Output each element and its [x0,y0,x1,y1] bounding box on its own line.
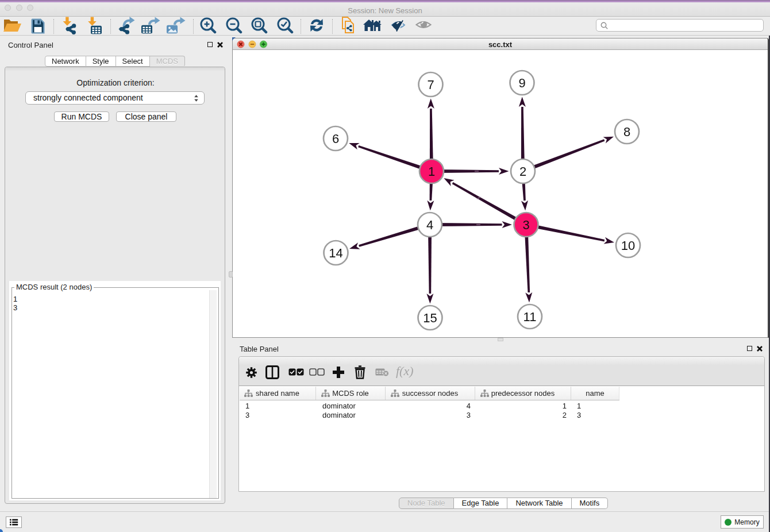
svg-text:10: 10 [621,238,635,253]
svg-text:14: 14 [329,246,342,260]
svg-text:9: 9 [518,76,525,90]
svg-text:2: 2 [519,164,526,179]
svg-text:6: 6 [332,132,339,146]
svg-text:7: 7 [427,78,434,92]
svg-text:8: 8 [623,125,630,139]
svg-text:3: 3 [522,218,529,232]
svg-text:11: 11 [523,310,537,324]
svg-text:4: 4 [426,218,433,232]
svg-text:1: 1 [428,164,435,179]
svg-text:15: 15 [423,311,437,325]
